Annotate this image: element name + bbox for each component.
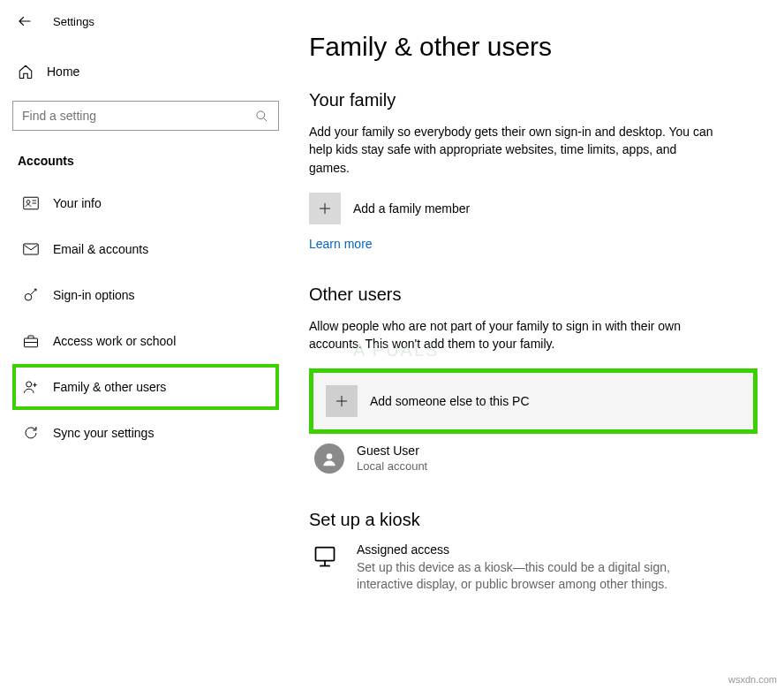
other-users-section: Other users Allow people who are not par…: [309, 284, 758, 476]
avatar: [314, 444, 344, 474]
kiosk-heading: Set up a kiosk: [309, 510, 758, 530]
back-button[interactable]: [16, 12, 34, 30]
sidebar-item-email-accounts[interactable]: Email & accounts: [12, 226, 279, 272]
other-users-heading: Other users: [309, 284, 758, 305]
sidebar-item-label: Access work or school: [53, 334, 176, 348]
guest-user-row[interactable]: Guest User Local account: [309, 437, 758, 475]
guest-user-info: Guest User Local account: [357, 443, 427, 474]
user-card-icon: [23, 195, 39, 211]
sidebar-item-label: Sign-in options: [53, 288, 135, 302]
sidebar-item-access-work-school[interactable]: Access work or school: [12, 318, 279, 364]
settings-content: Family & other users Your family Add you…: [291, 0, 784, 690]
page-title: Family & other users: [309, 32, 758, 62]
svg-point-3: [26, 201, 30, 204]
your-family-section: Your family Add your family so everybody…: [309, 90, 758, 251]
sidebar-item-family-other-users[interactable]: Family & other users: [12, 364, 279, 410]
footer-watermark: wsxdn.com: [728, 674, 777, 685]
guest-user-name: Guest User: [357, 443, 427, 459]
your-family-heading: Your family: [309, 90, 758, 110]
svg-rect-6: [24, 244, 39, 254]
search-box[interactable]: [12, 101, 279, 131]
other-users-description: Allow people who are not part of your fa…: [309, 317, 715, 353]
plus-icon: [309, 193, 341, 224]
svg-point-10: [26, 382, 32, 387]
sidebar-item-your-info[interactable]: Your info: [12, 180, 279, 226]
add-family-member-button[interactable]: Add a family member: [309, 193, 758, 224]
key-icon: [23, 287, 39, 303]
sidebar-item-sync-settings[interactable]: Sync your settings: [12, 410, 279, 456]
home-icon: [18, 64, 34, 80]
kiosk-section: Set up a kiosk Assigned access Set up th…: [309, 510, 758, 594]
plus-icon: [326, 385, 358, 417]
learn-more-link[interactable]: Learn more: [309, 237, 373, 251]
svg-point-0: [256, 110, 264, 118]
assigned-access-title: Assigned access: [357, 542, 727, 557]
add-someone-else-button[interactable]: Add someone else to this PC: [309, 368, 758, 434]
family-icon: [23, 379, 39, 395]
home-nav[interactable]: Home: [12, 55, 279, 88]
svg-point-17: [327, 453, 333, 459]
sidebar-item-label: Email & accounts: [53, 242, 148, 256]
sidebar-item-sign-in-options[interactable]: Sign-in options: [12, 272, 279, 318]
sidebar-item-label: Your info: [53, 196, 102, 210]
search-input[interactable]: [22, 109, 253, 123]
sidebar-section-header: Accounts: [12, 154, 279, 168]
assigned-access-description: Set up this device as a kiosk—this could…: [357, 559, 727, 594]
guest-user-type: Local account: [357, 459, 427, 474]
sidebar-item-label: Family & other users: [53, 380, 166, 394]
sidebar-item-label: Sync your settings: [53, 426, 154, 440]
briefcase-icon: [23, 333, 39, 349]
add-someone-else-label: Add someone else to this PC: [370, 394, 530, 408]
arrow-left-icon: [17, 13, 33, 29]
svg-rect-18: [316, 547, 335, 560]
mail-icon: [23, 241, 39, 257]
sync-icon: [23, 425, 39, 441]
search-icon: [253, 108, 269, 124]
sidebar-nav: Your info Email & accounts Sign-in optio…: [12, 180, 279, 456]
home-label: Home: [47, 64, 79, 79]
kiosk-icon: [309, 542, 341, 569]
svg-point-7: [25, 294, 32, 301]
add-family-member-label: Add a family member: [353, 201, 470, 216]
your-family-description: Add your family so everybody gets their …: [309, 123, 715, 177]
settings-sidebar: Settings Home Accounts Your info: [0, 0, 291, 690]
app-title: Settings: [53, 15, 94, 28]
assigned-access-button[interactable]: Assigned access Set up this device as a …: [309, 542, 758, 594]
svg-line-1: [263, 118, 267, 121]
